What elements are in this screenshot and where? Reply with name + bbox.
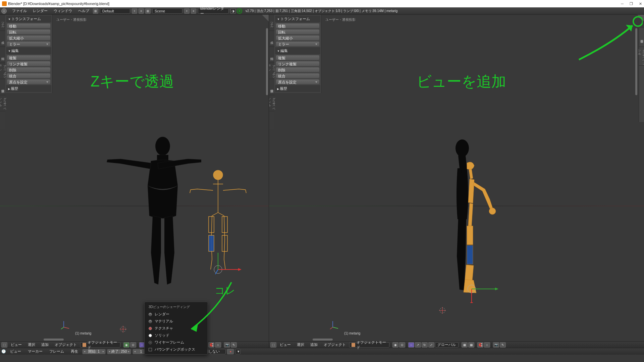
toolshelf-tab[interactable]: 関係 — [269, 47, 274, 63]
mode-dropdown[interactable]: オブジェクトモード — [80, 342, 120, 348]
layers-button[interactable]: ▦ — [462, 342, 468, 348]
editor-type-icon[interactable]: 🕐 — [1, 349, 6, 354]
mode-dropdown[interactable]: オブジェクトモード — [349, 342, 389, 348]
area-split-corner[interactable] — [262, 15, 269, 21]
right-3d-viewport[interactable]: ユーザー・透視投影 ツール 作成 関係 アニメーション 物理演算 グリースペンシ… — [269, 15, 644, 341]
transform-panel-header[interactable]: トランスフォーム — [275, 15, 320, 22]
rotate-button[interactable]: 回転 — [7, 29, 51, 35]
edit-panel-header[interactable]: 編集 — [275, 47, 320, 54]
screen-browse-icon[interactable]: ⊞ — [93, 8, 98, 14]
duplicate-button[interactable]: 複製 — [276, 55, 320, 60]
editor-type-icon[interactable]: ⬚ — [1, 342, 7, 348]
history-panel-header[interactable]: 履歴 — [275, 85, 320, 92]
toolshelf-tab[interactable]: グリースペンシル — [0, 95, 5, 111]
toolshelf-tab[interactable]: 関係 — [0, 47, 5, 63]
move-button[interactable]: 移動 — [276, 23, 320, 28]
snap-button[interactable]: 🧲 — [477, 342, 483, 348]
vertical-scrollbar[interactable] — [266, 28, 268, 95]
duplicate-linked-button[interactable]: リンク複製 — [7, 61, 51, 66]
scene-browse-icon[interactable]: ⊞ — [145, 8, 151, 14]
rotate-button[interactable]: 回転 — [276, 29, 320, 35]
transform-panel-header[interactable]: トランスフォーム — [6, 15, 51, 22]
manipulator-scale[interactable]: ⤢ — [428, 342, 434, 348]
editor-type-icon[interactable]: ⬚ — [270, 342, 276, 348]
mirror-button[interactable]: ミラー — [276, 41, 320, 47]
toolshelf-tab[interactable]: アニメーション — [269, 63, 274, 79]
toolshelf-tab[interactable]: 物理演算 — [0, 79, 5, 95]
menu-file[interactable]: ファイル — [9, 8, 30, 14]
pivot-point-button[interactable]: ⊙ — [130, 342, 136, 348]
gpencil-button[interactable]: ✎ — [231, 342, 237, 348]
toolshelf-tab[interactable]: ツール — [269, 15, 274, 31]
shading-option-boundbox[interactable]: バウンディングボックス — [145, 346, 208, 353]
shading-option-wireframe[interactable]: ワイヤーフレーム — [145, 339, 208, 346]
menu-render[interactable]: レンダー — [30, 8, 50, 14]
layout-dropdown[interactable]: Default — [100, 8, 130, 14]
history-panel-header[interactable]: 履歴 — [6, 85, 51, 92]
manipulator-translate[interactable]: ↗ — [415, 342, 421, 348]
timeline-marker-menu[interactable]: マーカー — [25, 348, 45, 355]
duplicate-button[interactable]: 複製 — [7, 55, 51, 60]
scale-button[interactable]: 拡大縮小 — [276, 35, 320, 41]
toolshelf-tab[interactable]: 作成 — [0, 31, 5, 47]
scene-dropdown[interactable]: Scene — [152, 8, 182, 14]
horizontal-scrollbar[interactable] — [44, 339, 64, 341]
view-menu[interactable]: ビュー — [8, 342, 24, 348]
add-menu[interactable]: 追加 — [308, 342, 320, 348]
layers-button[interactable]: ▦ — [468, 342, 474, 348]
add-menu[interactable]: 追加 — [39, 342, 51, 348]
timeline-playback-menu[interactable]: 再生 — [68, 348, 81, 355]
timeline-view-menu[interactable]: ビュー — [7, 348, 24, 355]
toolshelf-tab[interactable]: 作成 — [269, 31, 274, 47]
delete-button[interactable]: 削除 — [7, 67, 51, 72]
scale-button[interactable]: 拡大縮小 — [7, 35, 51, 41]
move-button[interactable]: 移動 — [7, 23, 51, 28]
proportional-edit-button[interactable]: ○ — [215, 342, 221, 348]
menu-window[interactable]: ウィンドウ — [51, 8, 75, 14]
scene-delete-button[interactable]: × — [191, 8, 196, 14]
select-menu[interactable]: 選択 — [294, 342, 307, 348]
left-3d-viewport[interactable]: ユーザー・透視投影 ツール 作成 関係 アニメーション 物理演算 グリースペンシ… — [0, 15, 269, 341]
editor-type-icon[interactable]: i — [1, 8, 7, 14]
autokey-button[interactable]: ● — [227, 349, 234, 354]
menu-help[interactable]: ヘルプ — [75, 8, 92, 14]
horizontal-scrollbar[interactable] — [313, 339, 333, 341]
proportional-edit-button[interactable]: ○ — [484, 342, 490, 348]
shading-mode-button[interactable]: ◉ — [392, 342, 398, 348]
pivot-point-button[interactable]: ⊙ — [399, 342, 405, 348]
delete-button[interactable]: 削除 — [276, 67, 320, 72]
toolshelf-tab[interactable]: 物理演算 — [269, 79, 274, 95]
render-border-button[interactable]: 📷 — [224, 342, 230, 348]
object-menu[interactable]: オブジェクト — [52, 342, 79, 348]
toolshelf-tab[interactable]: グリースペンシル — [269, 95, 274, 111]
close-button[interactable]: ✕ — [639, 2, 642, 6]
timeline-frame-menu[interactable]: フレーム — [47, 348, 67, 355]
scene-add-button[interactable]: + — [184, 8, 190, 14]
render-border-button[interactable]: 📷 — [493, 342, 499, 348]
set-origin-button[interactable]: 原点を設定 — [276, 79, 320, 84]
manipulator-rotate[interactable]: ↻ — [422, 342, 428, 348]
gpencil-button[interactable]: ✎ — [500, 342, 506, 348]
join-button[interactable]: 統合 — [276, 73, 320, 78]
minimize-button[interactable]: ─ — [621, 2, 624, 6]
set-origin-button[interactable]: 原点を設定 — [7, 79, 51, 84]
manipulator-toggle[interactable]: ↔ — [408, 342, 414, 348]
toolshelf-tab[interactable]: ツール — [0, 15, 5, 31]
select-menu[interactable]: 選択 — [25, 342, 38, 348]
orientation-dropdown[interactable]: グローバル — [435, 342, 459, 348]
object-menu[interactable]: オブジェクト — [321, 342, 348, 348]
view-menu[interactable]: ビュー — [277, 342, 293, 348]
shading-mode-button[interactable]: ◉ — [123, 342, 129, 348]
keying-set-dropdown[interactable]: ▾ — [235, 349, 240, 354]
maximize-button[interactable]: ❐ — [630, 2, 633, 6]
snap-button[interactable]: 🧲 — [208, 342, 214, 348]
layout-add-button[interactable]: + — [132, 8, 137, 14]
duplicate-linked-button[interactable]: リンク複製 — [276, 61, 320, 66]
annotation-right: ビューを追加 — [417, 72, 506, 92]
edit-panel-header[interactable]: 編集 — [6, 47, 51, 54]
mirror-button[interactable]: ミラー — [7, 41, 51, 47]
render-engine-dropdown[interactable]: Blenderレンダー — [198, 8, 229, 14]
join-button[interactable]: 統合 — [7, 73, 51, 78]
layout-delete-button[interactable]: × — [139, 8, 144, 14]
toolshelf-tab[interactable]: アニメーション — [0, 63, 5, 79]
